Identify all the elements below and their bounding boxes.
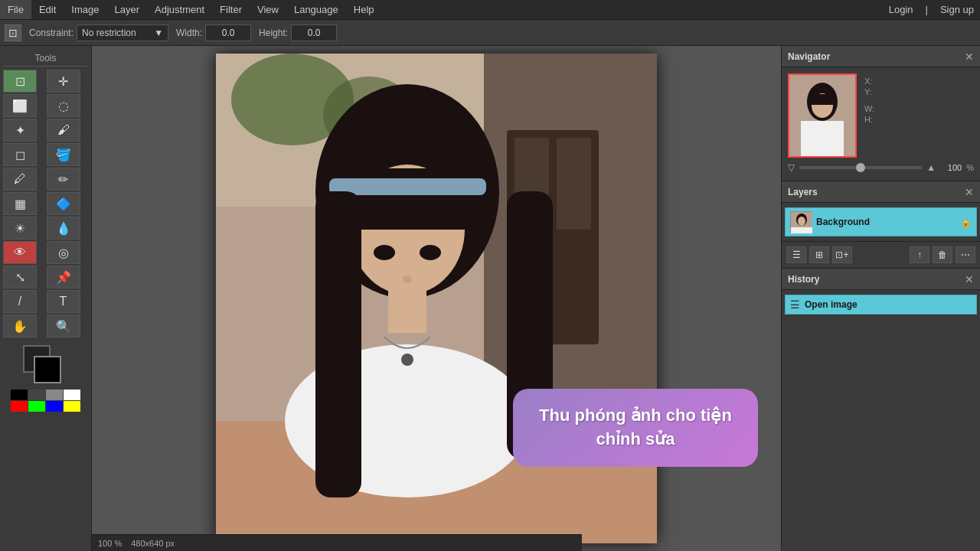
menu-language[interactable]: Language [286, 0, 346, 19]
menu-filter[interactable]: Filter [212, 0, 250, 19]
svg-rect-5 [557, 138, 591, 230]
foreground-color-swatch[interactable] [34, 356, 61, 383]
tool-zoom[interactable]: 🔍 [47, 315, 80, 337]
layer-item[interactable]: Background 🔒 [785, 207, 977, 236]
tool-select-lasso[interactable]: ◌ [47, 94, 80, 117]
layers-header: Layers ✕ [782, 181, 980, 203]
zoom-value: 100 [940, 163, 962, 172]
color-swatches[interactable] [23, 345, 69, 383]
tool-clone[interactable]: 🖌 [47, 119, 80, 142]
menu-help[interactable]: Help [346, 0, 382, 19]
menu-adjustment[interactable]: Adjustment [147, 0, 212, 19]
zoom-slider[interactable] [799, 166, 922, 169]
history-close-button[interactable]: ✕ [965, 273, 974, 285]
tool-move[interactable]: ✛ [47, 70, 80, 93]
tool-select-rect[interactable]: ⬜ [3, 94, 37, 117]
width-field: Width: [176, 24, 251, 41]
tool-blur[interactable]: ◎ [47, 241, 80, 264]
options-toolbar: ⊡ Constraint: No restriction ▼ Width: He… [0, 20, 980, 46]
preset-red[interactable] [11, 401, 28, 412]
color-presets [11, 390, 80, 412]
layer-more-button[interactable]: ⋯ [956, 246, 975, 263]
navigator-close-button[interactable]: ✕ [965, 51, 974, 63]
svg-rect-12 [329, 178, 486, 195]
menubar: File Edit Image Layer Adjustment Filter … [0, 0, 980, 20]
tool-text[interactable]: T [47, 290, 80, 313]
width-label: Width: [176, 28, 202, 38]
tooltip-overlay: Thu phóng ảnh cho tiện chỉnh sửa [513, 389, 758, 467]
history-item[interactable]: ☰ Open image [785, 295, 977, 315]
layer-name: Background [816, 217, 956, 227]
tool-pen[interactable]: / [3, 290, 37, 313]
canvas-area[interactable]: Thu phóng ảnh cho tiện chỉnh sửa 100 % 4… [92, 46, 781, 551]
color-area [3, 345, 88, 412]
tool-shape[interactable]: 🔷 [47, 192, 80, 215]
tool-gradient[interactable]: ▦ [3, 192, 37, 215]
tool-healing[interactable]: ✦ [3, 119, 37, 142]
width-input[interactable] [205, 24, 251, 41]
layer-mask-button[interactable]: ⊡+ [832, 246, 852, 263]
layer-lock-icon: 🔒 [960, 217, 972, 227]
preset-black[interactable] [11, 390, 28, 400]
constraint-select[interactable]: No restriction ▼ [77, 24, 168, 41]
layer-new-button[interactable]: ⊞ [809, 246, 829, 263]
zoom-percent: % [966, 163, 974, 172]
preset-gray[interactable] [46, 390, 63, 400]
tool-dodge[interactable]: ☀ [3, 217, 37, 240]
tool-crop[interactable]: ⊡ [3, 70, 37, 93]
svg-rect-18 [315, 191, 361, 497]
signup-button[interactable]: Sign up [934, 4, 980, 15]
tool-pencil[interactable]: ✏ [47, 168, 80, 191]
toolbox: Tools ⊡ ✛ ⬜ ◌ ✦ 🖌 ◻ 🪣 🖊 ✏ ▦ 🔷 ☀ 💧 👁 ◎ ⤡ … [0, 46, 92, 551]
svg-point-28 [798, 217, 805, 226]
preset-blue[interactable] [46, 401, 63, 412]
right-panel: Navigator ✕ [781, 46, 980, 551]
menu-view[interactable]: View [250, 0, 286, 19]
canvas-image [216, 54, 657, 543]
menu-edit[interactable]: Edit [31, 0, 64, 19]
layers-content: Background 🔒 [782, 203, 980, 241]
w-label: W: [864, 104, 874, 113]
tool-brush[interactable]: 🖊 [3, 168, 37, 191]
navigator-zoom-bar: ▽ ▲ 100 % [788, 158, 974, 174]
preset-yellow[interactable] [64, 401, 80, 412]
history-content: ☰ Open image [782, 290, 980, 319]
tool-smudge[interactable]: 💧 [47, 217, 80, 240]
tool-pin[interactable]: 📌 [47, 266, 80, 289]
navigator-content: X: Y: W: H: [782, 67, 980, 181]
layer-delete-button[interactable]: 🗑 [933, 246, 952, 263]
history-header: History ✕ [782, 269, 980, 290]
login-button[interactable]: Login [883, 4, 920, 15]
tool-eraser[interactable]: ◻ [3, 143, 37, 166]
tool-fill[interactable]: 🪣 [47, 143, 80, 166]
preset-darkgray[interactable] [28, 390, 45, 400]
layer-move-up-button[interactable]: ↑ [910, 246, 929, 263]
preset-green[interactable] [28, 401, 45, 412]
layer-mode-button[interactable]: ☰ [786, 246, 806, 263]
svg-rect-24 [808, 94, 836, 105]
layers-title: Layers [788, 187, 818, 197]
x-label: X: [864, 77, 872, 86]
svg-rect-16 [388, 287, 426, 333]
image-dimensions: 480x640 px [131, 539, 175, 548]
navigator-header: Navigator ✕ [782, 46, 980, 67]
menu-image[interactable]: Image [64, 0, 106, 19]
navigator-thumb-area: X: Y: W: H: [788, 73, 974, 158]
height-input[interactable] [291, 24, 337, 41]
zoom-slider-thumb[interactable] [856, 163, 865, 172]
history-title: History [788, 274, 819, 285]
h-label: H: [864, 115, 873, 124]
layers-close-button[interactable]: ✕ [965, 186, 974, 198]
tool-transform[interactable]: ⤡ [3, 266, 37, 289]
svg-point-13 [374, 245, 395, 260]
preset-white[interactable] [64, 390, 80, 400]
tool-eye[interactable]: 👁 [3, 241, 37, 264]
menu-file[interactable]: File [0, 0, 31, 19]
menu-layer[interactable]: Layer [107, 0, 148, 19]
history-item-label: Open image [805, 299, 858, 310]
photo-svg [216, 54, 657, 543]
navigator-panel: Navigator ✕ [782, 46, 980, 181]
navigator-thumbnail [788, 73, 857, 158]
tool-pan[interactable]: ✋ [3, 315, 37, 337]
tool-grid: ⊡ ✛ ⬜ ◌ ✦ 🖌 ◻ 🪣 🖊 ✏ ▦ 🔷 ☀ 💧 👁 ◎ ⤡ 📌 / T … [3, 70, 88, 337]
